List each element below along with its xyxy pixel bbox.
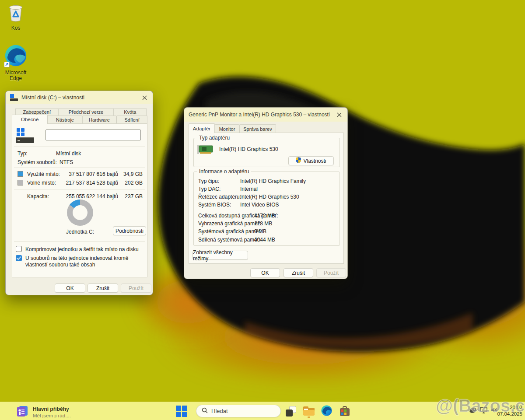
apply-button[interactable]: Použít — [121, 284, 151, 293]
search-box[interactable]: Hledat — [196, 405, 281, 417]
drive-icon — [10, 94, 18, 101]
adapter-type-group: Typ adaptéru Intel(R) HD Graphics 530 — [193, 138, 340, 167]
info-group-title: Informace o adaptéru — [197, 168, 251, 175]
gpu-dialog-titlebar[interactable]: Generic PnP Monitor a Intel(R) HD Graphi… — [184, 108, 347, 122]
bios-label: Systém BIOS: — [198, 202, 231, 208]
file-explorer-button[interactable] — [302, 405, 315, 418]
adapter-name: Intel(R) HD Graphics 530 — [219, 146, 278, 152]
free-space-swatch — [18, 180, 23, 186]
divider — [14, 189, 145, 189]
details-button[interactable]: Podrobnosti — [113, 226, 146, 235]
disk-general-page: Typ: Místní disk Systém souborů: NTFS Vy… — [12, 123, 147, 277]
disk-dialog-title: Místní disk (C:) – vlastnosti — [21, 94, 84, 101]
gpu-adapter-page: Typ adaptéru Intel(R) HD Graphics 530 — [189, 133, 344, 264]
desktop: Koš Microsoft Edge — [0, 0, 525, 420]
divider — [14, 241, 145, 242]
tab-predchozi-verze[interactable]: Předchozí verze — [58, 108, 113, 116]
checkmark-icon — [17, 256, 21, 260]
shortcut-arrow-icon — [4, 62, 10, 67]
taskbar: Hlavní příběhy Měl jsem ji rád.... Hleda… — [0, 402, 525, 420]
capacity-bytes: 255 055 622 144 bajtů — [66, 193, 118, 200]
cancel-button[interactable]: Zrušit — [284, 268, 313, 277]
mem-shared-label: Sdílená systémová paměť: — [198, 237, 261, 243]
fs-value: NTFS — [60, 159, 73, 165]
gpu-properties-dialog: Generic PnP Monitor a Intel(R) HD Graphi… — [184, 107, 348, 279]
gpu-dialog-title: Generic PnP Monitor a Intel(R) HD Graphi… — [189, 112, 330, 118]
clock[interactable]: 20:03 07.04.2025 — [497, 404, 522, 417]
tab-nastroje[interactable]: Nástroje — [48, 116, 82, 124]
task-view-icon — [286, 406, 296, 416]
used-label: Využité místo: — [27, 171, 60, 177]
disk-properties-dialog: Místní disk (C:) – vlastnosti Zabezpečen… — [5, 91, 153, 295]
adapter-info-group: Informace o adaptéru Typ čipu: Intel(R) … — [193, 172, 340, 246]
tab-kvota[interactable]: Kvóta — [114, 108, 147, 116]
divider — [14, 168, 145, 168]
store-icon — [340, 406, 350, 416]
chip-value: Intel(R) HD Graphics Family — [240, 178, 306, 184]
show-all-modes-button[interactable]: Zobrazit všechny režimy — [192, 251, 248, 260]
drive-caption: Jednotka C: — [54, 229, 106, 235]
close-icon[interactable] — [334, 110, 344, 119]
folder-icon — [303, 406, 315, 416]
widget-subtitle: Měl jsem ji rád.... — [33, 413, 71, 419]
close-icon[interactable] — [140, 93, 149, 102]
mem-system-value: 0 MB — [254, 228, 266, 234]
fs-label: Systém souborů: — [18, 159, 57, 165]
mem-shared-value: 4044 MB — [254, 237, 275, 243]
divider — [14, 147, 145, 147]
used-size: 34,9 GB — [123, 171, 143, 177]
apply-button[interactable]: Použít — [316, 268, 346, 277]
edge-icon — [321, 405, 332, 418]
index-checkbox[interactable] — [16, 255, 22, 261]
mem-total-value: 4172 MB — [254, 213, 275, 219]
graphics-card-icon — [197, 144, 214, 157]
mem-system-label: Systémová grafická paměť: — [198, 228, 262, 234]
compress-checkbox-label: Komprimovat jednotku a šetřit tak místo … — [25, 246, 145, 252]
ok-button[interactable]: OK — [250, 268, 280, 277]
display-icon[interactable] — [480, 407, 487, 415]
free-bytes: 217 537 814 528 bajtů — [66, 180, 118, 186]
volume-icon[interactable] — [490, 407, 498, 415]
adapter-group-title: Typ adaptéru — [197, 135, 231, 141]
tab-adapter[interactable]: Adaptér — [189, 123, 215, 133]
dac-label: Typ DAC: — [198, 186, 220, 192]
news-widget-icon — [16, 405, 29, 420]
ok-button[interactable]: OK — [55, 284, 85, 293]
disk-usage-donut-chart — [67, 200, 93, 226]
compress-checkbox[interactable] — [16, 246, 22, 252]
volume-label-input[interactable] — [46, 130, 141, 140]
mem-dedicated-label: Vyhrazená grafická paměť: — [198, 220, 261, 227]
dac-value: Internal — [240, 186, 258, 192]
cancel-button[interactable]: Zrušit — [88, 284, 118, 293]
desktop-icon-edge[interactable]: Microsoft Edge — [2, 44, 30, 81]
capacity-size: 237 GB — [125, 193, 143, 200]
windows-logo-icon — [176, 406, 187, 417]
chip-label: Typ čipu: — [198, 178, 219, 184]
search-placeholder: Hledat — [211, 408, 228, 414]
desktop-icon-label: Koš — [11, 25, 21, 31]
used-bytes: 37 517 807 616 bajtů — [69, 171, 118, 177]
edge-button[interactable] — [320, 405, 333, 418]
task-view-button[interactable] — [284, 405, 298, 418]
adapter-properties-button[interactable]: Vlastnosti — [288, 156, 334, 165]
tab-obecne[interactable]: Obecné — [12, 115, 48, 124]
widget-title: Hlavní příběhy — [33, 406, 71, 413]
disk-dialog-titlebar[interactable]: Místní disk (C:) – vlastnosti — [6, 91, 153, 104]
widgets-button[interactable]: Hlavní příběhy Měl jsem ji rád.... — [13, 404, 74, 420]
start-button[interactable] — [175, 405, 188, 418]
string-value: Intel(R) HD Graphics 530 — [240, 194, 299, 200]
tab-sdileni[interactable]: Sdílení — [116, 116, 147, 124]
tab-monitor[interactable]: Monitor — [215, 124, 239, 133]
free-size: 202 GB — [125, 180, 143, 186]
store-button[interactable] — [338, 405, 351, 418]
edge-icon — [4, 44, 28, 69]
mem-dedicated-value: 128 MB — [254, 220, 272, 227]
mouse-icon[interactable] — [469, 407, 477, 415]
type-label: Typ: — [18, 150, 28, 157]
tab-hardware[interactable]: Hardware — [82, 116, 116, 124]
gpu-tab-row: Adaptér Monitor Správa barev — [189, 124, 276, 133]
desktop-icon-recycle-bin[interactable]: Koš — [4, 3, 27, 31]
string-label: Řetězec adaptéru: — [198, 194, 241, 200]
tab-sprava-barev[interactable]: Správa barev — [239, 124, 276, 133]
disk-tab-row-front: Obecné Nástroje Hardware Sdílení — [12, 116, 147, 124]
